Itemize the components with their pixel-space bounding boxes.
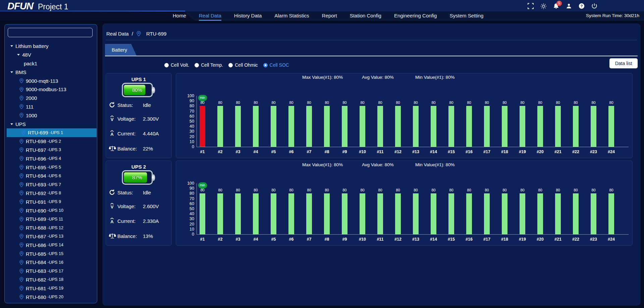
- bar: [395, 193, 401, 234]
- expander-icon[interactable]: [10, 71, 13, 73]
- app-header: HomeReal DataHistory DataAlarm Statistic…: [0, 0, 644, 21]
- tree-item-1000[interactable]: 1000: [5, 111, 97, 120]
- row-label: Balance:: [117, 146, 143, 151]
- tree-item-rtu-689-ups-11[interactable]: RTU-689-UPS 11: [5, 215, 97, 224]
- tree-item-rtu-685-ups-15[interactable]: RTU-685-UPS 15: [5, 249, 97, 258]
- bar-slot-7: 80: [300, 96, 318, 147]
- notifications-bell-icon[interactable]: 5: [553, 3, 559, 9]
- bar-value-label: 80: [336, 101, 354, 105]
- tree-item-rtu-696-ups-4[interactable]: RTU-696-UPS 4: [5, 154, 97, 163]
- tree-item-bms[interactable]: BMS: [5, 68, 97, 76]
- expander-icon[interactable]: [10, 45, 13, 47]
- bar: [288, 193, 294, 234]
- tree-item-111[interactable]: 111: [5, 103, 97, 111]
- tree-item-rtu-683-ups-17[interactable]: RTU-683-UPS 17: [5, 267, 97, 275]
- radio-circle-icon[interactable]: [164, 63, 169, 67]
- bar-slot-23: 80: [585, 96, 602, 147]
- balance-icon: [109, 233, 117, 239]
- nav-tab-system-setting[interactable]: System Setting: [449, 11, 483, 21]
- row-value: 2.600V: [143, 203, 169, 209]
- tree-item-rtu-682-ups-18[interactable]: RTU-682-UPS 18: [5, 275, 97, 284]
- tree-item-rtu-691-ups-9[interactable]: RTU-691-UPS 9: [5, 197, 97, 206]
- y-axis-tick: 100: [176, 181, 194, 186]
- tree-item-rtu-694-ups-6[interactable]: RTU-694-UPS 6: [5, 172, 97, 180]
- radio-circle-icon[interactable]: [228, 63, 233, 67]
- ups-1-soc-chart: Max Value(#1): 80%Avg Value: 80%Min Valu…: [176, 73, 633, 158]
- bar: [431, 106, 436, 147]
- bar-value-label: 80: [407, 101, 425, 105]
- tree-item-9000-modbus-113[interactable]: 9000-modbus-113: [5, 85, 97, 94]
- tab-battery[interactable]: Battery: [105, 44, 137, 56]
- tree-item-rtu-699-ups-1[interactable]: RTU-699-UPS 1: [7, 128, 97, 137]
- help-icon[interactable]: ?: [578, 3, 585, 9]
- bar-value-label: 80: [229, 188, 247, 192]
- device-tree: Lithium battery48Vpack1BMS9000-mqtt-1139…: [5, 42, 97, 301]
- tree-item-label: RTU-685: [26, 251, 46, 257]
- x-axis-tick: #19: [514, 149, 531, 154]
- bars-area: min8080808080808080808080808080808080808…: [194, 96, 620, 147]
- tree-item-pack1[interactable]: pack1: [5, 59, 97, 68]
- radio-cell-temp[interactable]: Cell Temp.: [195, 62, 223, 68]
- expander-icon[interactable]: [17, 54, 20, 56]
- tree-item-rtu-684-ups-16[interactable]: RTU-684-UPS 16: [5, 258, 97, 267]
- bar: [306, 193, 312, 234]
- tree-item-rtu-681-ups-19[interactable]: RTU-681-UPS 19: [5, 284, 97, 293]
- user-icon[interactable]: [566, 3, 572, 9]
- tree-item-48v[interactable]: 48V: [5, 51, 97, 59]
- radio-label: Cell Temp.: [201, 62, 223, 68]
- device-pin-icon: [19, 173, 24, 179]
- nav-tab-alarm-statistics[interactable]: Alarm Statistics: [274, 11, 309, 21]
- fullscreen-icon[interactable]: [527, 3, 534, 9]
- y-axis-tick: 20: [176, 134, 194, 139]
- status-icon: [109, 189, 117, 196]
- tree-item-rtu-692-ups-8[interactable]: RTU-692-UPS 8: [5, 189, 97, 198]
- tree-item-9000-mqtt-113[interactable]: 9000-mqtt-113: [5, 76, 97, 85]
- tree-item-rtu-680-ups-20[interactable]: RTU-680-UPS 20: [5, 293, 97, 301]
- tree-item-2000[interactable]: 2000: [5, 94, 97, 103]
- tree-item-rtu-693-ups-7[interactable]: RTU-693-UPS 7: [5, 180, 97, 189]
- tree-item-label: RTU-689: [26, 216, 46, 222]
- bar: [324, 193, 330, 234]
- tree-item-lithium-battery[interactable]: Lithium battery: [5, 42, 97, 51]
- tree-item-label: RTU-698: [26, 138, 46, 144]
- power-icon[interactable]: [591, 3, 598, 9]
- tree-item-label: 111: [26, 104, 34, 110]
- x-axis-tick: #1: [194, 237, 211, 242]
- tree-item-rtu-695-ups-5[interactable]: RTU-695-UPS 5: [5, 163, 97, 172]
- radio-cell-soc[interactable]: Cell SOC: [263, 62, 289, 68]
- nav-tab-engineering-config[interactable]: Engineering Config: [394, 11, 437, 21]
- radio-label: Cell Ohmic: [235, 62, 258, 68]
- nav-tab-home[interactable]: Home: [173, 11, 186, 21]
- tree-item-label: pack1: [24, 61, 37, 66]
- bar-value-label: 80: [194, 188, 211, 192]
- radio-circle-icon[interactable]: [263, 63, 268, 67]
- nav-tab-real-data[interactable]: Real Data: [199, 11, 221, 21]
- radio-cell-ohmic[interactable]: Cell Ohmic: [228, 62, 258, 68]
- tree-item-ups[interactable]: UPS: [5, 120, 97, 128]
- tree-item-rtu-697-ups-3[interactable]: RTU-697-UPS 3: [5, 146, 97, 155]
- data-list-button[interactable]: Data list: [609, 58, 638, 68]
- tree-item-rtu-698-ups-2[interactable]: RTU-698-UPS 2: [5, 137, 97, 146]
- nav-tab-history-data[interactable]: History Data: [234, 11, 262, 21]
- current-icon: A: [109, 130, 117, 137]
- bar-value-label: 80: [265, 188, 282, 192]
- tree-item-suffix: -UPS 18: [48, 277, 63, 282]
- svg-text:V: V: [111, 204, 114, 209]
- nav-tab-report[interactable]: Report: [322, 11, 337, 21]
- radio-circle-icon[interactable]: [195, 63, 199, 67]
- nav-tab-station-config[interactable]: Station Config: [350, 11, 381, 21]
- tree-item-rtu-686-ups-14[interactable]: RTU-686-UPS 14: [5, 241, 97, 249]
- bar: [342, 193, 347, 234]
- brightness-icon[interactable]: [540, 3, 547, 9]
- tree-item-rtu-690-ups-10[interactable]: RTU-690-UPS 10: [5, 206, 97, 215]
- radio-cell-volt[interactable]: Cell Volt.: [164, 62, 189, 68]
- y-axis-tick: 20: [176, 222, 194, 227]
- tree-item-rtu-688-ups-12[interactable]: RTU-688-UPS 12: [5, 224, 97, 232]
- bar-slot-4: 80: [247, 183, 265, 234]
- expander-icon[interactable]: [10, 123, 13, 125]
- bar-slot-18: 80: [496, 183, 514, 234]
- tree-item-rtu-687-ups-13[interactable]: RTU-687-UPS 13: [5, 232, 97, 241]
- breadcrumb-section[interactable]: Real Data: [106, 31, 129, 37]
- search-input[interactable]: [8, 28, 93, 37]
- x-axis-tick: #5: [265, 237, 282, 242]
